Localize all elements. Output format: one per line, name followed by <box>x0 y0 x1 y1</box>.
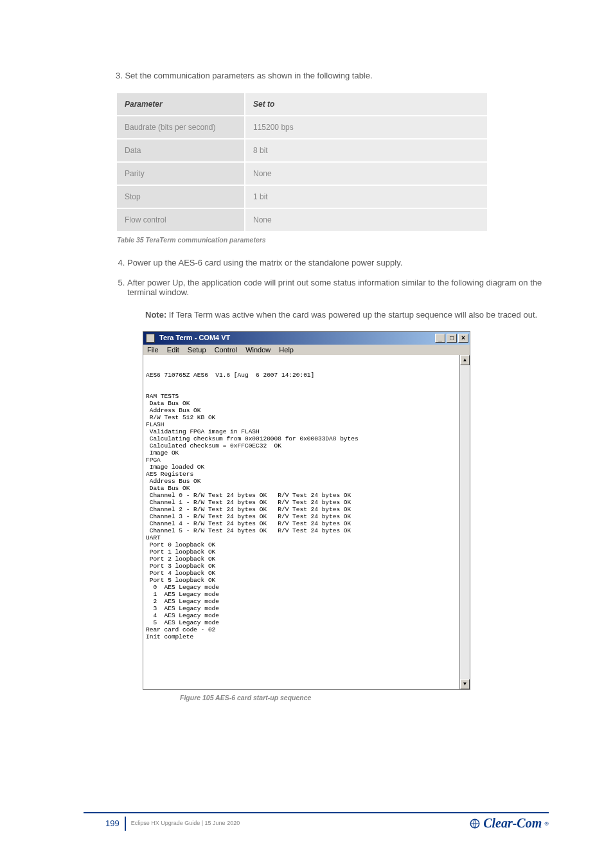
table-caption: Table 35 TeraTerm communication paramete… <box>117 236 549 244</box>
minimize-button[interactable]: _ <box>435 334 445 343</box>
table-row: Flow controlNone <box>116 208 488 231</box>
menu-file[interactable]: File <box>147 346 159 354</box>
window-title: Tera Term - COM4 VT <box>159 334 230 341</box>
page-number: 199 <box>105 818 120 828</box>
globe-icon <box>469 818 481 829</box>
params-table: Parameter Set to Baudrate (bits per seco… <box>116 92 488 232</box>
menu-control[interactable]: Control <box>215 346 237 354</box>
table-row: Baudrate (bits per second)115200 bps <box>116 116 488 139</box>
th-setto: Set to <box>245 93 488 116</box>
figure-caption: Figure 105 AES-6 card start-up sequence <box>180 694 549 701</box>
table-row: Stop1 bit <box>116 185 488 208</box>
footer-doc-info: Eclipse HX Upgrade Guide | 15 June 2020 <box>131 820 240 827</box>
terminal-window: Tera Term - COM4 VT _ □ × File Edit Setu… <box>143 331 470 690</box>
scrollbar[interactable]: ▲ ▼ <box>459 355 470 689</box>
menu-setup[interactable]: Setup <box>188 346 206 354</box>
th-param: Parameter <box>116 93 245 116</box>
brand-logo: Clear-Com® <box>469 816 549 831</box>
close-button[interactable]: × <box>458 334 468 343</box>
menu-window[interactable]: Window <box>245 346 271 354</box>
terminal-output: AES6 710765Z AES6 V1.6 [Aug 6 2007 14:20… <box>143 355 459 689</box>
note: Note: If Tera Term was active when the c… <box>145 310 542 320</box>
table-row: ParityNone <box>116 162 488 185</box>
maximize-button[interactable]: □ <box>447 334 457 343</box>
table-row: Data8 bit <box>116 139 488 162</box>
menubar: File Edit Setup Control Window Help <box>143 345 470 355</box>
menu-help[interactable]: Help <box>279 346 294 354</box>
footer-divider <box>125 817 126 831</box>
titlebar[interactable]: Tera Term - COM4 VT _ □ × <box>143 332 470 345</box>
intro-text: 3. Set the communication parameters as s… <box>116 71 549 80</box>
step-5: After power Up, the application code wil… <box>127 278 549 297</box>
scroll-up-icon[interactable]: ▲ <box>460 355 470 365</box>
menu-edit[interactable]: Edit <box>167 346 179 354</box>
app-icon <box>146 334 155 343</box>
scroll-track[interactable] <box>460 365 470 679</box>
footer: 199 Eclipse HX Upgrade Guide | 15 June 2… <box>84 812 549 831</box>
scroll-down-icon[interactable]: ▼ <box>460 679 470 689</box>
step-4: Power up the AES-6 card using the matrix… <box>127 258 549 267</box>
